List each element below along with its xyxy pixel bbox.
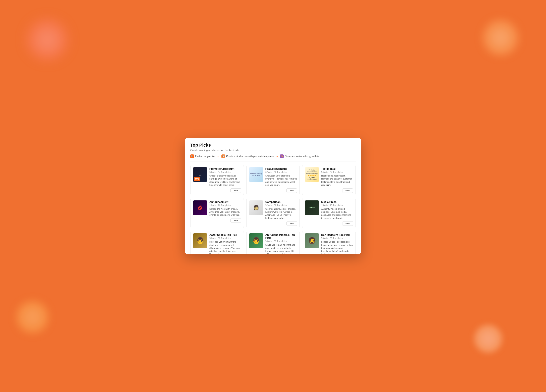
- page-subtitle: Create winning ads based on the best ads: [190, 149, 356, 152]
- card-title: Media/Press: [321, 200, 353, 203]
- step-3: ✨ Generate similar ad copy with AI: [280, 154, 319, 158]
- card-title: Features/Benefits: [265, 167, 297, 170]
- card-aniruddha-mishra: 👨 Aniruddha Mishra's Top Pick 50 Ads | 5…: [246, 231, 300, 254]
- step-arrow-2: →: [276, 155, 279, 158]
- view-button-promotion-discount[interactable]: View: [230, 188, 241, 193]
- step-2: 📋 Create a similar one with premade temp…: [221, 154, 274, 158]
- card-desc: Real stories, real impact. Harness the p…: [321, 174, 353, 187]
- card-title: Aazar Shad's Top Pick: [209, 233, 241, 236]
- view-button-media-press[interactable]: View: [342, 221, 353, 226]
- step-2-icon: 📋: [221, 154, 225, 158]
- card-info: Aazar Shad's Top Pick 50 Ads | 50 Templa…: [209, 233, 241, 254]
- view-button-testimonial[interactable]: View: [342, 188, 353, 193]
- card-meta: 26 Ads | 26 Templates: [209, 204, 241, 206]
- card-info: Ben Radack's Top Pick 50 Ads | 50 Templa…: [321, 233, 353, 254]
- card-title: Promotion/Discount: [209, 167, 241, 170]
- step-3-label: Generate similar ad copy with AI: [285, 155, 319, 158]
- card-thumbnail: 👨: [193, 233, 207, 248]
- step-1: 🔍 Find an ad you like: [190, 154, 215, 158]
- card-announcement: 💋 Announcement 26 Ads | 26 Templates Spr…: [190, 198, 244, 229]
- card-title: Comparison: [265, 200, 297, 203]
- card-thumbnail: "I finally conquered the afternoon slump…: [305, 167, 319, 182]
- card-meta: 54 Ads | 54 Templates: [209, 171, 241, 173]
- card-desc: I chose 50 top Facebook ads, focusing no…: [321, 240, 353, 254]
- card-comparison: 👩 Comparison 52 Ads | 52 Templates Clear…: [246, 198, 300, 229]
- step-1-label: Find an ad you like: [195, 155, 215, 158]
- card-info: Features/Benefits 62 Ads | 62 Templates …: [265, 167, 297, 187]
- card-info: Media/Press 15 Ads | 15 Templates Author…: [321, 200, 353, 220]
- card-desc: Static ads remain relevant and continue …: [265, 243, 297, 254]
- card-info: Comparison 52 Ads | 52 Templates Clear c…: [265, 200, 297, 220]
- card-title: Announcement: [209, 200, 241, 203]
- card-info: Aniruddha Mishra's Top Pick 50 Ads | 50 …: [265, 233, 297, 254]
- card-thumbnail: 👨: [249, 233, 263, 248]
- card-title: Ben Radack's Top Pick: [321, 233, 353, 236]
- step-3-icon: ✨: [280, 154, 284, 158]
- view-button-announcement[interactable]: View: [230, 218, 241, 223]
- card-promotion-discount: 👓 Promotion/Discount 54 Ads | 54 Templat…: [190, 165, 244, 195]
- card-ben-radack: 🧔 Ben Radack's Top Pick 50 Ads | 50 Temp…: [302, 231, 356, 254]
- step-arrow-1: →: [217, 155, 220, 158]
- step-1-icon: 🔍: [190, 154, 194, 158]
- card-testimonial: "I finally conquered the afternoon slump…: [302, 165, 356, 195]
- card-meta: 54 Ads | 54 Templates: [321, 171, 353, 173]
- page-title: Top Picks: [190, 143, 356, 148]
- card-thumbnail: Forbes: [305, 200, 319, 215]
- step-2-label: Create a similar one with premade templa…: [226, 155, 274, 158]
- content-area[interactable]: 👓 Promotion/Discount 54 Ads | 54 Templat…: [185, 162, 361, 254]
- card-aazar-shad: 👨 Aazar Shad's Top Pick 50 Ads | 50 Temp…: [190, 231, 244, 254]
- view-button-comparison[interactable]: View: [286, 221, 297, 226]
- header: Top Picks Create winning ads based on th…: [185, 138, 361, 162]
- card-desc: Clear contrasts, clever choices. Explore…: [265, 208, 297, 220]
- card-thumbnail: 👓: [193, 167, 207, 182]
- card-desc: Authority voices, trusted opinions. Leve…: [321, 208, 353, 220]
- card-meta: 50 Ads | 50 Templates: [209, 237, 241, 239]
- card-media-press: Forbes Media/Press 15 Ads | 15 Templates…: [302, 198, 356, 229]
- card-thumbnail: 👩: [249, 200, 263, 215]
- cards-grid: 👓 Promotion/Discount 54 Ads | 54 Templat…: [190, 165, 356, 254]
- card-meta: 52 Ads | 52 Templates: [265, 204, 297, 206]
- card-thumbnail: breakout clearing liquid peel: [249, 167, 263, 182]
- card-info: Testimonial 54 Ads | 54 Templates Real s…: [321, 167, 353, 187]
- card-meta: 50 Ads | 50 Templates: [321, 237, 353, 239]
- card-thumbnail: 🧔: [305, 233, 319, 248]
- card-meta: 15 Ads | 15 Templates: [321, 204, 353, 206]
- card-thumbnail: 💋: [193, 200, 207, 215]
- main-container: Top Picks Create winning ads based on th…: [185, 138, 361, 254]
- card-desc: Most ads you might want to steal aren't …: [209, 240, 241, 254]
- card-meta: 62 Ads | 62 Templates: [265, 171, 297, 173]
- card-title: Aniruddha Mishra's Top Pick: [265, 233, 297, 239]
- card-desc: Showcase your product's strengths. Highl…: [265, 174, 297, 187]
- steps-bar: 🔍 Find an ad you like → 📋 Create a simil…: [190, 154, 356, 162]
- card-title: Testimonial: [321, 167, 353, 170]
- view-button-features-benefits[interactable]: View: [286, 188, 297, 193]
- card-features-benefits: breakout clearing liquid peel Features/B…: [246, 165, 300, 195]
- card-meta: 50 Ads | 50 Templates: [265, 240, 297, 242]
- card-desc: Spread the word with impact. Announce yo…: [209, 208, 241, 217]
- card-desc: Unlock exclusive deals and savings. Dive…: [209, 174, 241, 187]
- card-info: Announcement 26 Ads | 26 Templates Sprea…: [209, 200, 241, 217]
- card-info: Promotion/Discount 54 Ads | 54 Templates…: [209, 167, 241, 187]
